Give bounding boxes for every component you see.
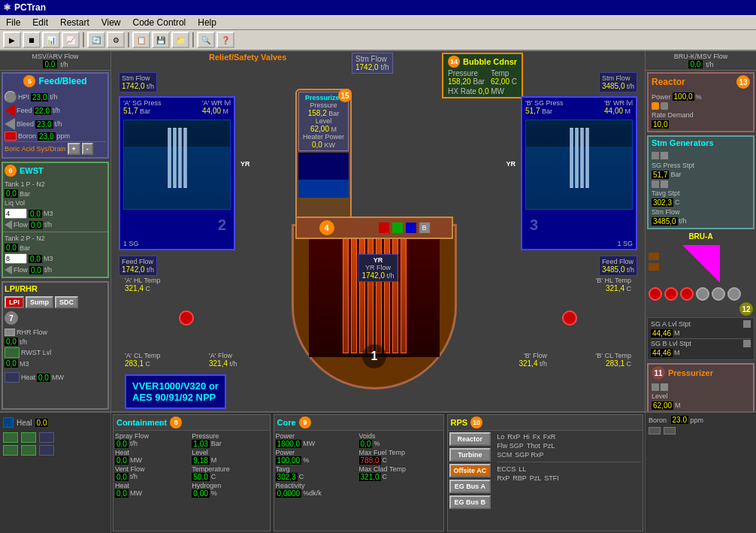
core-tavg-value: 302,3 — [276, 473, 298, 481]
sg-ctrl-3[interactable] — [652, 180, 659, 188]
tank1-p-unit: Bar — [20, 190, 30, 198]
circle-ind-6[interactable] — [727, 287, 741, 301]
menu-file[interactable]: File — [0, 16, 26, 29]
yr-flow-value: 1742,0 — [361, 271, 385, 280]
core-power-mw-col: Power 1800,0MW — [276, 432, 358, 448]
prz-ctrl-2[interactable] — [661, 383, 668, 391]
sdc-btn[interactable]: SDC — [55, 296, 78, 308]
lpi-btn[interactable]: LPI — [5, 296, 24, 308]
toolbar-btn-6[interactable]: ⚙ — [107, 32, 125, 48]
menu-restart[interactable]: Restart — [54, 16, 95, 29]
feed-valve[interactable] — [5, 104, 15, 117]
reactor-btn[interactable]: Reactor — [449, 432, 491, 446]
rps-stfi-label: STFI — [544, 474, 559, 482]
tank1-valve[interactable] — [5, 220, 12, 229]
prz-heater-label: Heater Power — [301, 133, 346, 141]
core-max-fuel-value: 788,0 — [359, 456, 381, 465]
sg-a-press-unit: Bar — [140, 108, 150, 115]
bubble-temp-unit: C — [512, 77, 517, 86]
reactor-vessel-main: 1 — [292, 224, 457, 389]
sg-a-wr-value: 44,00 — [202, 107, 221, 115]
tank2-valve[interactable] — [5, 265, 12, 274]
toolbar-btn-7[interactable]: 📋 — [132, 32, 150, 48]
core-power-pct-value: 100,00 — [276, 456, 302, 465]
circle-ind-2[interactable] — [664, 287, 678, 301]
menu-view[interactable]: View — [95, 16, 127, 29]
prz-ctrl-1[interactable] — [652, 383, 659, 391]
bottom-left-panel: Heal 0.0 — [0, 413, 111, 533]
turbine-valve-1[interactable] — [649, 253, 659, 260]
br-ind-2 — [664, 427, 676, 435]
bubble-temp-value: 62,00 — [491, 77, 510, 86]
sg-a-lvl-ctrl[interactable] — [743, 320, 751, 328]
sg-b-feed-data: Feed Flow 3485,0 t/h — [599, 256, 637, 276]
boric-acid-minus[interactable]: - — [82, 143, 93, 155]
reactor-panel: Reactor 13 Power 100,0 % Rate Demand — [647, 72, 754, 132]
offsite-ac-btn[interactable]: Offsite AC — [449, 464, 491, 477]
sg-ctrl-1[interactable] — [652, 152, 659, 159]
eg-bus-b-btn[interactable]: EG Bus B — [449, 495, 491, 509]
pump-b[interactable] — [562, 310, 577, 326]
rps-flw-sgp-label: Flw SGP — [497, 442, 524, 450]
stm-gen-flow-unit: t/h — [679, 217, 687, 226]
toolbar-btn-9[interactable]: 📁 — [171, 32, 189, 48]
toolbar-btn-4[interactable]: 📈 — [62, 32, 80, 48]
sg-b-wr-value: 44,00 — [604, 107, 623, 115]
tank1-num-input[interactable] — [5, 208, 27, 219]
power-label: Power — [652, 93, 671, 101]
eg-bus-a-btn[interactable]: EG Bus A — [449, 480, 491, 493]
rps-fxr-label: FxR — [543, 433, 556, 441]
reactor-number: 13 — [736, 75, 750, 89]
sg-a-flow-unit: t/h — [230, 360, 237, 368]
circle-ind-3[interactable] — [680, 287, 694, 301]
turbine-btn[interactable]: Turbine — [449, 448, 491, 462]
spray-col: Spray Flow 0,0t/h — [115, 432, 191, 448]
toolbar-btn-10[interactable]: 🔍 — [197, 32, 215, 48]
menu-help[interactable]: Help — [192, 16, 222, 29]
sg-b-lvl-unit: M — [674, 349, 680, 357]
toolbar-btn-2[interactable]: ⏹ — [23, 32, 41, 48]
sg-b-top-data: Stm Flow 3485,0 t/h — [599, 72, 637, 92]
rps-pzl2-label: PzL — [530, 474, 542, 482]
turbine-area — [649, 245, 753, 283]
heal-row: Heal 0.0 — [2, 414, 109, 431]
bleed-valve[interactable] — [5, 118, 15, 130]
toolbar-btn-11[interactable]: ❓ — [216, 32, 234, 48]
sg-ctrl-2[interactable] — [661, 152, 668, 159]
lpi-rhr-panel: LPI/RHR LPI Sump SDC 7 RHR Flow 0,0 — [2, 281, 109, 410]
boric-acid-plus[interactable]: + — [68, 143, 80, 155]
pressurizer-right-panel: 11 Pressurizer Level 62,00 M — [647, 363, 754, 411]
stm-flow-value: 1742,0 — [355, 63, 379, 71]
menu-bar: File Edit Restart View Code Control Help — [0, 15, 756, 30]
bru-msv-value: 0,0 — [688, 60, 703, 68]
prz-heater-value: 0,0 — [312, 141, 322, 149]
sg-b-number: 3 — [530, 217, 538, 234]
sg-b-lvl-ctrl[interactable] — [743, 340, 751, 347]
pump-a[interactable] — [179, 310, 194, 326]
turbine-valve-2[interactable] — [649, 263, 659, 271]
circle-ind-1[interactable] — [649, 287, 662, 301]
rhr-valve[interactable] — [5, 329, 15, 336]
yr-label-right: YR — [506, 160, 516, 168]
circle-ind-5[interactable] — [712, 287, 725, 301]
menu-code-control[interactable]: Code Control — [127, 16, 192, 29]
sg-lvl-stpt-panel: SG A Lvl Stpt 44,46 M SG B Lvl Stpt 44,4… — [647, 317, 754, 360]
tank2-liq-unit: M3 — [44, 255, 53, 262]
hpi-control-1[interactable] — [5, 91, 17, 103]
sg-a-lvl-label: SG A Lvl Stpt — [651, 320, 691, 328]
core-reactivity-label: Reactivity — [276, 482, 442, 489]
toolbar-btn-1[interactable]: ▶ — [3, 32, 21, 48]
core-reactivity-unit: %dk/k — [303, 489, 322, 498]
toolbar-btn-8[interactable]: 💾 — [152, 32, 170, 48]
sump-btn[interactable]: Sump — [26, 296, 53, 308]
tank2-num-input[interactable] — [5, 253, 27, 264]
circle-ind-4[interactable] — [696, 287, 709, 301]
sg-num-right: 1 — [617, 240, 621, 247]
sg-a-cl-label: 'A' CL Temp — [125, 352, 160, 359]
tank1-p-label: P - N2 — [26, 180, 45, 188]
sg-ctrl-4[interactable] — [661, 180, 668, 188]
toolbar-btn-3[interactable]: 📊 — [42, 32, 60, 48]
toolbar-sep-3 — [192, 32, 194, 47]
menu-edit[interactable]: Edit — [26, 16, 54, 29]
toolbar-btn-5[interactable]: 🔄 — [87, 32, 105, 48]
